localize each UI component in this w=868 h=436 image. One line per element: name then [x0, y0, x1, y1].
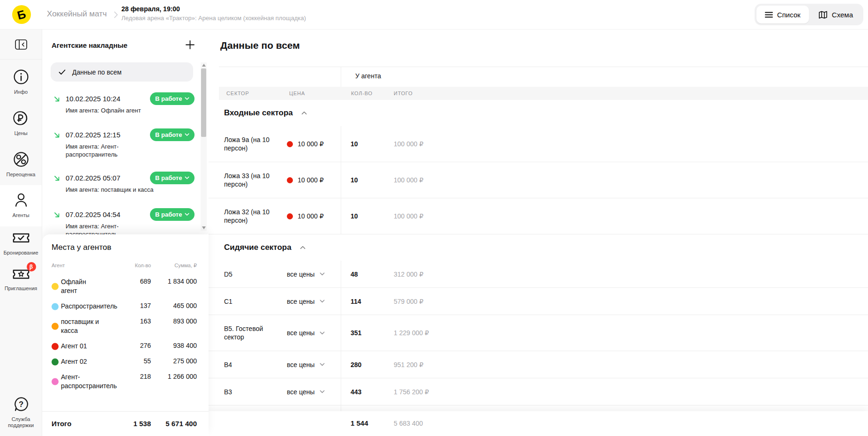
agent-name: Агент 01: [61, 342, 102, 351]
sidebar-item-revaluation[interactable]: Переоценка: [0, 145, 42, 185]
agent-sum: 938 400: [173, 342, 197, 349]
column-divider: [341, 351, 341, 378]
total-sum: 5 671 400: [165, 420, 197, 428]
arrow-down-right-icon: [53, 211, 60, 218]
invoice-status-badge[interactable]: В работе: [150, 92, 195, 105]
invoice-status-badge[interactable]: В работе: [150, 128, 195, 141]
agent-places-title: Места у агентов: [52, 243, 112, 252]
column-sector: СЕКТОР: [226, 90, 249, 96]
view-toggle-list[interactable]: Список: [756, 6, 809, 23]
invoice-status-badge[interactable]: В работе: [150, 172, 195, 184]
sector-row: D5 все цены 48 312 000 ₽: [209, 261, 868, 288]
agent-places-total-row: Итого 1 538 5 671 400: [42, 411, 209, 436]
sector-row: Ложа 33 (на 10 персон) 10 000 ₽ 10 100 0…: [209, 162, 868, 198]
invoices-panel: Агентские накладные Данные по всем 10.02…: [42, 30, 209, 436]
agent-count: 114: [351, 298, 361, 305]
person-icon: [13, 192, 30, 209]
chevron-up-icon[interactable]: [300, 246, 306, 249]
invoice-date: 07.02.2025 04:54: [66, 210, 120, 218]
price-filter-select[interactable]: все цены: [287, 361, 325, 368]
agent-places-card: Места у агентов Агент Кол-во Сумма, ₽ Оф…: [42, 234, 209, 436]
price-filter-select[interactable]: все цены: [287, 329, 325, 337]
agent-color-dot: [52, 358, 59, 365]
sector-name: Ложа 33 (на 10 персон): [224, 172, 282, 188]
agent-total: 1 756 200 ₽: [394, 388, 429, 396]
sidebar-item-support[interactable]: ? Службаподдержки: [0, 390, 42, 433]
scrollbar-thumb[interactable]: [201, 68, 206, 137]
agent-count: 163: [140, 317, 151, 325]
arrow-down-right-icon: [53, 96, 60, 102]
agent-count: 55: [143, 357, 151, 365]
invoice-list-scrollbar[interactable]: [201, 62, 207, 231]
view-toggle-scheme[interactable]: Схема: [810, 6, 861, 23]
agent-sum: 893 000: [173, 317, 197, 325]
event-venue: Ледовая арена «Трактор»: Арена целиком (…: [121, 15, 306, 22]
sector-name: Ложа 9а (на 10 персон): [224, 135, 282, 152]
price-cell[interactable]: 10 000 ₽: [287, 140, 324, 148]
column-agent: Агент: [52, 263, 65, 268]
sector-row: B4 все цены 280 951 200 ₽: [209, 351, 868, 378]
agent-row: поставщик и касса 163 893 000: [42, 317, 209, 335]
sector-name: B4: [224, 361, 282, 369]
section-header-seated-sectors: Сидячие сектора: [209, 234, 868, 261]
collapse-sidebar-button[interactable]: [0, 30, 42, 60]
invoice-status: В работе: [155, 174, 182, 181]
agent-color-dot: [52, 283, 59, 290]
invoice-agent: Имя агента: Офлайн агент: [66, 106, 159, 114]
sidebar-item-label: Переоценка: [7, 172, 36, 178]
breadcrumb[interactable]: Хоккейный матч: [47, 9, 107, 19]
agent-row: Агент-распространитель 218 1 266 000: [42, 373, 209, 391]
sidebar-item-invites[interactable]: β Приглашения: [0, 262, 42, 300]
agent-total: 100 000 ₽: [394, 176, 423, 184]
sector-row: Ложа 32 (на 10 персон) 10 000 ₽ 10 100 0…: [209, 198, 868, 234]
sidebar-item-booking[interactable]: Бронирование: [0, 226, 42, 262]
agent-color-dot: [52, 303, 59, 310]
price-filter-value: все цены: [287, 298, 314, 305]
info-icon: [13, 68, 30, 85]
event-date: 28 февраля, 19:00: [121, 5, 180, 13]
agent-row: Агент 01 276 938 400: [42, 342, 209, 351]
price-filter-select[interactable]: все цены: [287, 298, 325, 305]
footer-total: 5 683 400: [394, 420, 423, 427]
sidebar-item-prices[interactable]: Цены: [0, 104, 42, 145]
arrow-down-right-icon: [53, 175, 60, 181]
agent-count: 137: [140, 302, 151, 309]
brand-logo[interactable]: Б: [12, 5, 31, 24]
agent-count: 10: [351, 212, 358, 220]
chevron-up-icon[interactable]: [301, 111, 307, 115]
column-divider: [341, 126, 341, 162]
sector-name: D5: [224, 270, 282, 278]
top-header: Б Хоккейный матч 28 февраля, 19:00 Ледов…: [0, 0, 868, 30]
total-label: Итого: [52, 420, 71, 428]
agent-count: 443: [351, 388, 361, 396]
sidebar-item-info[interactable]: Инфо: [0, 62, 42, 104]
sidebar-item-label: Агенты: [12, 212, 29, 218]
column-divider: [341, 315, 341, 351]
price-cell[interactable]: 10 000 ₽: [287, 212, 324, 220]
price-filter-value: все цены: [287, 271, 314, 278]
price-filter-select[interactable]: все цены: [287, 388, 325, 396]
invoice-status-badge[interactable]: В работе: [150, 208, 195, 221]
agent-total: 100 000 ₽: [394, 140, 423, 148]
scroll-up-arrow[interactable]: [202, 64, 206, 67]
page-title: Данные по всем: [220, 40, 300, 51]
all-data-item[interactable]: Данные по всем: [51, 62, 193, 82]
price-cell[interactable]: 10 000 ₽: [287, 176, 324, 184]
all-data-label: Данные по всем: [72, 68, 121, 76]
group-header: У агента: [355, 72, 381, 80]
map-icon: [818, 10, 828, 19]
scroll-down-arrow[interactable]: [202, 226, 206, 229]
view-toggle: Список Схема: [755, 4, 863, 25]
agent-sum: 465 000: [173, 302, 197, 309]
sector-name: Ложа 32 (на 10 персон): [224, 208, 282, 225]
agent-name: Офлайн агент: [61, 278, 102, 295]
agent-color-dot: [52, 378, 59, 385]
table-header-divider: [219, 67, 868, 67]
price-value: 10 000 ₽: [298, 140, 324, 148]
agent-total: 951 200 ₽: [394, 361, 423, 368]
sidebar-item-agents[interactable]: Агенты: [0, 185, 42, 226]
agent-count: 10: [351, 176, 358, 184]
add-invoice-button[interactable]: [183, 38, 196, 51]
invoice-status: В работе: [155, 95, 182, 102]
price-filter-select[interactable]: все цены: [287, 271, 325, 278]
